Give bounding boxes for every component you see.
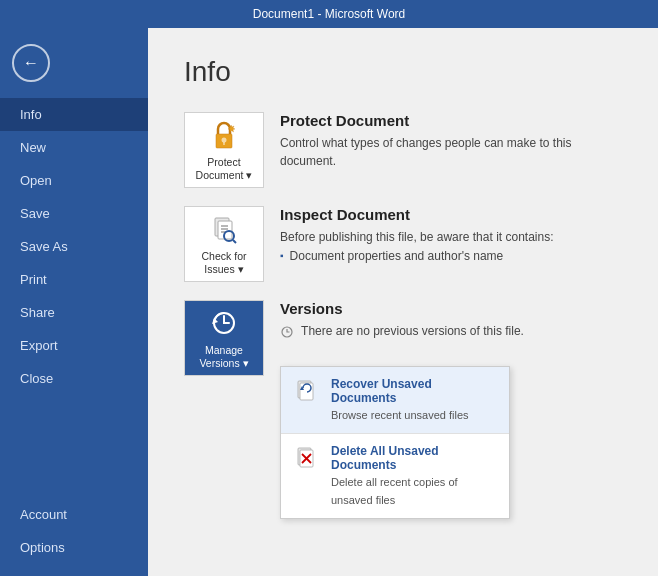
versions-icon <box>207 306 241 340</box>
recover-documents-item[interactable]: Recover Unsaved Documents Browse recent … <box>281 367 509 433</box>
versions-icon-label: ManageVersions ▾ <box>199 344 248 369</box>
sidebar-item-info[interactable]: Info <box>0 98 148 131</box>
sidebar-item-label: Share <box>20 305 55 320</box>
inspect-button[interactable]: Check forIssues ▾ <box>184 206 264 282</box>
inspect-icon-label: Check forIssues ▾ <box>202 250 247 275</box>
sidebar-item-options[interactable]: Options <box>0 531 148 564</box>
recover-text: Recover Unsaved Documents Browse recent … <box>331 377 497 423</box>
title-text: Document1 - Microsoft Word <box>253 7 406 21</box>
sidebar-item-save[interactable]: Save <box>0 197 148 230</box>
inspect-section: Check forIssues ▾ Inspect Document Befor… <box>184 206 622 282</box>
inspect-bullet-1: Document properties and author's name <box>280 249 554 263</box>
protect-icon-label: ProtectDocument ▾ <box>196 156 253 181</box>
sidebar-item-close[interactable]: Close <box>0 362 148 395</box>
versions-description: There are no previous versions of this f… <box>280 322 524 340</box>
protect-button[interactable]: ProtectDocument ▾ <box>184 112 264 188</box>
protect-section: ProtectDocument ▾ Protect Document Contr… <box>184 112 622 188</box>
delete-documents-item[interactable]: Delete All Unsaved Documents Delete all … <box>281 434 509 518</box>
versions-small-icon <box>280 325 294 339</box>
versions-section: ManageVersions ▾ Versions There are no p… <box>184 300 622 376</box>
app-body: ← Info New Open Save Save As Print Share… <box>0 28 658 576</box>
versions-heading: Versions <box>280 300 524 317</box>
versions-dropdown: Recover Unsaved Documents Browse recent … <box>280 366 510 519</box>
delete-text: Delete All Unsaved Documents Delete all … <box>331 444 497 508</box>
sidebar-item-label: Options <box>20 540 65 555</box>
sidebar-item-label: Close <box>20 371 53 386</box>
sidebar: ← Info New Open Save Save As Print Share… <box>0 28 148 576</box>
back-icon: ← <box>23 54 39 72</box>
title-bar: Document1 - Microsoft Word <box>0 0 658 28</box>
inspect-text: Inspect Document Before publishing this … <box>280 206 554 263</box>
sidebar-item-saveas[interactable]: Save As <box>0 230 148 263</box>
sidebar-bottom: Account Options <box>0 498 148 576</box>
svg-point-1 <box>222 138 227 143</box>
inspect-icon <box>207 212 241 246</box>
back-button[interactable]: ← <box>12 44 50 82</box>
recover-sublabel: Browse recent unsaved files <box>331 409 469 421</box>
sidebar-item-label: Account <box>20 507 67 522</box>
svg-line-9 <box>233 240 236 243</box>
recover-icon <box>293 377 321 405</box>
protect-text: Protect Document Control what types of c… <box>280 112 622 170</box>
page-title: Info <box>184 56 622 88</box>
sidebar-item-label: Save As <box>20 239 68 254</box>
delete-label: Delete All Unsaved Documents <box>331 444 497 472</box>
protect-description: Control what types of changes people can… <box>280 134 622 170</box>
sidebar-item-account[interactable]: Account <box>0 498 148 531</box>
sidebar-item-label: Info <box>20 107 42 122</box>
inspect-heading: Inspect Document <box>280 206 554 223</box>
sidebar-spacer <box>0 395 148 498</box>
sidebar-item-open[interactable]: Open <box>0 164 148 197</box>
protect-heading: Protect Document <box>280 112 622 129</box>
inspect-description: Before publishing this file, be aware th… <box>280 228 554 246</box>
delete-icon <box>293 444 321 472</box>
sidebar-item-export[interactable]: Export <box>0 329 148 362</box>
main-content: Info ProtectDocument ▾ Protect Document … <box>148 28 658 576</box>
delete-sublabel: Delete all recent copies of unsaved file… <box>331 476 458 506</box>
sidebar-item-label: Open <box>20 173 52 188</box>
sidebar-item-label: Export <box>20 338 58 353</box>
versions-button[interactable]: ManageVersions ▾ <box>184 300 264 376</box>
sidebar-item-label: Print <box>20 272 47 287</box>
recover-label: Recover Unsaved Documents <box>331 377 497 405</box>
sidebar-item-label: Save <box>20 206 50 221</box>
sidebar-item-share[interactable]: Share <box>0 296 148 329</box>
sidebar-item-print[interactable]: Print <box>0 263 148 296</box>
sidebar-item-new[interactable]: New <box>0 131 148 164</box>
versions-text: Versions There are no previous versions … <box>280 300 524 340</box>
sidebar-item-label: New <box>20 140 46 155</box>
lock-icon <box>208 118 240 152</box>
